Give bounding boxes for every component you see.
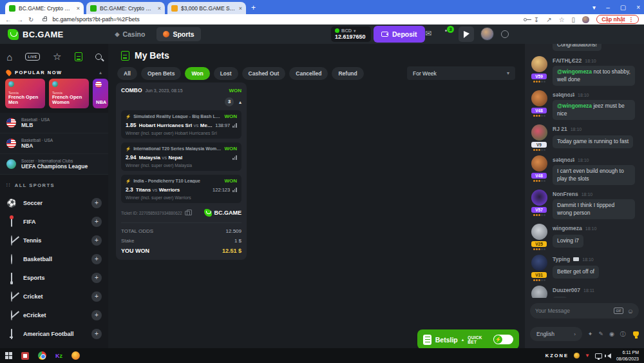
tab-close-icon[interactable]: × — [158, 5, 161, 12]
sidebar-item-tennis[interactable]: Tennis + — [0, 231, 108, 250]
coin-tray-icon[interactable] — [574, 353, 580, 358]
browser-profile-avatar[interactable] — [582, 16, 589, 23]
chat-username[interactable]: wingomeza — [553, 225, 582, 231]
filter-cashed-out[interactable]: Cashed Out — [242, 67, 286, 80]
bcgame-logo[interactable]: BC.GAME — [8, 29, 64, 40]
chat-username[interactable]: Typing — [553, 256, 570, 262]
my-bets-receipt-icon[interactable] — [75, 52, 82, 61]
start-button[interactable] — [5, 352, 12, 359]
filter-cancelled[interactable]: Cancelled — [289, 67, 328, 80]
emoji-icon[interactable]: ☺ — [627, 308, 634, 315]
expand-plus-button[interactable]: + — [91, 291, 102, 302]
sidebar-item-ecricket[interactable]: eCricket + — [0, 306, 108, 324]
nav-sports[interactable]: Sports — [156, 27, 200, 41]
browser-update-button[interactable]: Cập nhật ⋮ — [596, 15, 639, 24]
chat-messages[interactable]: Congratulations! V59 FΛITHĻЄ2218:10 @win… — [525, 44, 644, 298]
all-sports-header[interactable]: ∷ ALL SPORTS — [6, 182, 55, 188]
chat-toggle-button[interactable] — [459, 26, 474, 42]
kzone-app-icon[interactable]: Kz — [55, 353, 62, 359]
language-globe-icon[interactable] — [501, 30, 509, 38]
sidebar-item-cricket[interactable]: Cricket + — [0, 287, 108, 306]
info-icon[interactable]: ⓘ — [620, 330, 626, 338]
tab-close-icon[interactable]: × — [77, 5, 80, 12]
collapse-caret-icon[interactable]: ▴ — [239, 99, 242, 105]
download-tray-icon[interactable]: ▼ — [585, 353, 590, 358]
search-icon[interactable] — [95, 54, 102, 60]
system-clock[interactable]: 6:11 PM 08/06/2023 — [616, 349, 639, 361]
bookmark-star-icon[interactable]: ☆ — [559, 16, 565, 23]
refresh-icon[interactable]: ↻ — [28, 16, 33, 23]
filter-won[interactable]: Won — [185, 67, 209, 80]
chat-username[interactable]: Duuzer007 — [553, 287, 580, 293]
browser-tab-3[interactable]: $3,000 BC.GAME SPORTS PARLA × — [167, 2, 246, 14]
copy-icon[interactable] — [185, 211, 190, 215]
filter-refund[interactable]: Refund — [332, 67, 363, 80]
window-minimize-button[interactable]: – — [606, 4, 610, 11]
stats-icon[interactable] — [232, 188, 237, 192]
window-menu-icon[interactable]: ▾ — [592, 4, 596, 11]
taskbar-browser-icon[interactable] — [71, 351, 80, 360]
period-dropdown[interactable]: For Week ▾ — [407, 66, 515, 80]
sidebar-item-american-football[interactable]: American Football + — [0, 324, 108, 343]
sidebar-item-esports[interactable]: Esports + — [0, 268, 108, 287]
chat-language-dropdown[interactable]: English › — [530, 327, 582, 341]
expand-plus-button[interactable]: + — [91, 273, 102, 283]
trophy-icon[interactable] — [633, 331, 639, 337]
moderator-icon[interactable]: ◉ — [609, 331, 614, 337]
promo-card-nba[interactable]: NBA — [93, 79, 108, 108]
betslip-button[interactable]: Betslip ▴ QUICK BET ⚡ — [417, 329, 519, 349]
chat-username[interactable]: NonFrens — [553, 191, 578, 197]
tab-close-icon[interactable]: × — [239, 5, 242, 12]
chat-username[interactable]: səʇqnoɹʇ — [553, 157, 574, 163]
browser-tab-2[interactable]: BC.GAME: Crypto Casino Games × — [86, 2, 165, 14]
user-avatar[interactable] — [480, 27, 494, 41]
filter-lost[interactable]: Lost — [214, 67, 238, 80]
deposit-button[interactable]: Deposit — [374, 26, 425, 43]
chat-username[interactable]: səʇqnoɹʇ — [553, 92, 574, 98]
nav-casino[interactable]: ◆ Casino — [109, 27, 152, 41]
download-icon[interactable]: ↧ — [534, 16, 539, 23]
password-key-icon[interactable] — [524, 18, 527, 21]
chat-username[interactable]: FΛITHĻЄ22 — [553, 57, 582, 64]
sidebar-item-fifa[interactable]: FIFA + — [0, 212, 108, 231]
chrome-icon[interactable] — [38, 351, 46, 360]
live-icon[interactable]: LIVE — [25, 53, 39, 61]
window-close-button[interactable]: × — [636, 4, 640, 11]
new-tab-button[interactable]: + — [251, 3, 256, 12]
back-icon[interactable]: ← — [5, 16, 12, 23]
home-icon[interactable]: ⌂ — [6, 52, 12, 63]
promo-card-french-open-women[interactable]: Tennis French Open Women — [49, 79, 89, 108]
stats-icon[interactable] — [232, 155, 237, 160]
expand-plus-button[interactable]: + — [91, 310, 102, 320]
quick-bet-toggle[interactable]: QUICK BET ⚡ — [468, 335, 513, 344]
taskbar-app-icon[interactable] — [21, 352, 29, 360]
chat-username[interactable]: RJ 21 — [553, 126, 567, 132]
popular-now-header[interactable]: POPULAR NOW ▴ — [6, 70, 102, 75]
filter-open-bets[interactable]: Open Bets — [141, 67, 182, 80]
menu-dots-icon[interactable]: ⋮ — [629, 16, 634, 23]
balance-selector[interactable]: BCD ▾ 12.6197650 — [331, 26, 371, 42]
chat-message-input[interactable] — [535, 308, 610, 314]
event-item-mlb[interactable]: Baseball · USA MLB — [0, 113, 108, 133]
network-icon[interactable] — [595, 353, 602, 358]
gif-icon[interactable]: GIF — [614, 308, 623, 314]
toggle-switch[interactable]: ⚡ — [493, 335, 513, 344]
share-icon[interactable]: ↗ — [546, 16, 551, 23]
event-item-nba[interactable]: Basketball · USA NBA — [0, 133, 108, 154]
sidebar-item-basketball[interactable]: Basketball + — [0, 250, 108, 268]
speaker-icon[interactable] — [607, 353, 611, 358]
chat-rules-icon[interactable]: ✎ — [598, 331, 603, 337]
window-maximize-button[interactable]: ▢ — [620, 4, 626, 11]
favorites-star-icon[interactable]: ☆ — [53, 51, 61, 63]
sidebar-item-soccer[interactable]: ⚽ Soccer + — [0, 193, 108, 212]
filter-all[interactable]: All — [117, 67, 137, 80]
vault-mail-icon[interactable]: ✉ — [425, 29, 431, 38]
rain-drop-icon[interactable]: ✦ — [588, 331, 593, 337]
event-item-uefa[interactable]: Soccer · International Clubs UEFA Champi… — [0, 154, 108, 175]
browser-tab-1[interactable]: BC.GAME: Crypto Casino Games × — [5, 2, 84, 14]
expand-plus-button[interactable]: + — [91, 198, 102, 208]
forward-icon[interactable]: → — [17, 16, 23, 23]
expand-plus-button[interactable]: + — [91, 329, 102, 339]
url-text[interactable]: bc.game/sports?bt-path=%2Fbets — [52, 16, 518, 23]
promo-card-french-open-men[interactable]: Tennis French Open Men — [5, 79, 45, 108]
